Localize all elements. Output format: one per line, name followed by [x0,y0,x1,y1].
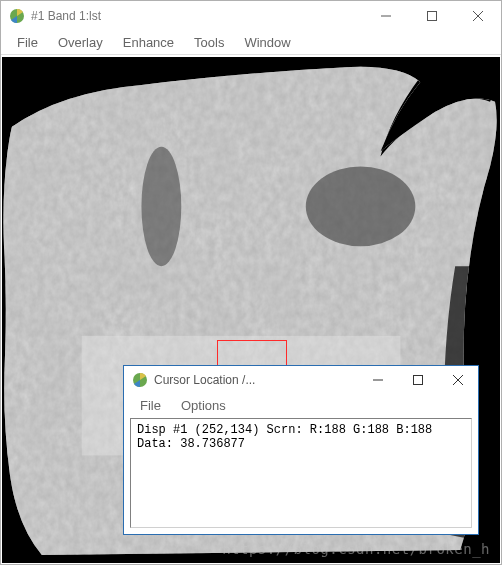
menu-tools[interactable]: Tools [184,33,234,52]
main-menubar: File Overlay Enhance Tools Window [1,31,501,55]
svg-point-9 [306,167,416,247]
minimize-button[interactable] [358,366,398,394]
cursor-menubar: File Options [124,394,478,416]
menu-options[interactable]: Options [171,396,236,415]
cursor-window-title: Cursor Location /... [154,373,255,387]
svg-point-10 [141,147,181,267]
maximize-button[interactable] [398,366,438,394]
maximize-button[interactable] [409,1,455,31]
main-window-controls [363,1,501,31]
main-window-title: #1 Band 1:lst [31,9,101,23]
cursor-titlebar: Cursor Location /... [124,366,478,394]
image-viewport[interactable]: https://blog.csdn.net/broken_h Cursor Lo… [2,57,500,563]
menu-enhance[interactable]: Enhance [113,33,184,52]
cursor-info-text: Disp #1 (252,134) Scrn: R:188 G:188 B:18… [130,418,472,528]
menu-file[interactable]: File [130,396,171,415]
menu-file[interactable]: File [7,33,48,52]
main-titlebar: #1 Band 1:lst [1,1,501,31]
close-button[interactable] [438,366,478,394]
menu-window[interactable]: Window [234,33,300,52]
svg-rect-14 [414,376,423,385]
close-button[interactable] [455,1,501,31]
svg-rect-2 [428,12,437,21]
minimize-button[interactable] [363,1,409,31]
cursor-window-controls [358,366,478,394]
main-window: #1 Band 1:lst File Overlay Enhance Tools… [0,0,502,565]
menu-overlay[interactable]: Overlay [48,33,113,52]
envi-app-icon [132,372,148,388]
watermark-text: https://blog.csdn.net/broken_h [222,541,490,557]
envi-app-icon [9,8,25,24]
cursor-location-window[interactable]: Cursor Location /... File Options [123,365,479,535]
